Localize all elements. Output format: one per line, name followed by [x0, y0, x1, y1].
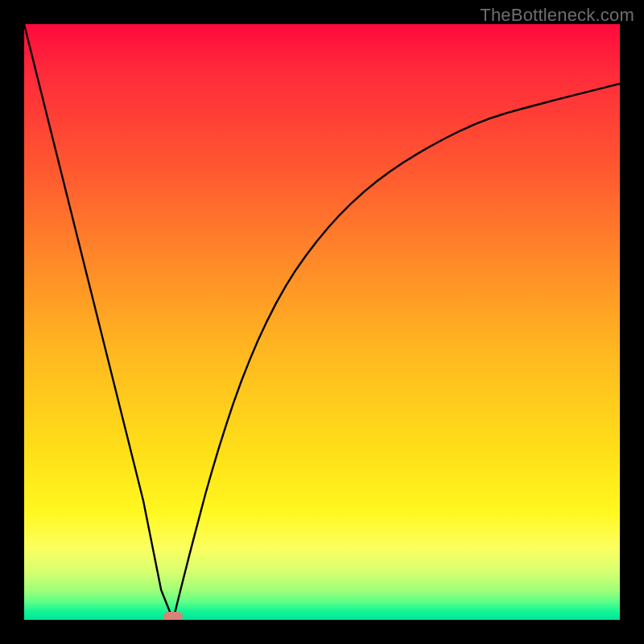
optimal-point-marker: [163, 612, 183, 620]
watermark-text: TheBottleneck.com: [480, 5, 634, 26]
bottleneck-curve: [24, 24, 620, 620]
chart-frame: TheBottleneck.com: [0, 0, 644, 644]
curve-right-branch: [173, 84, 620, 620]
plot-area: [24, 24, 620, 620]
curve-left-branch: [24, 24, 173, 620]
